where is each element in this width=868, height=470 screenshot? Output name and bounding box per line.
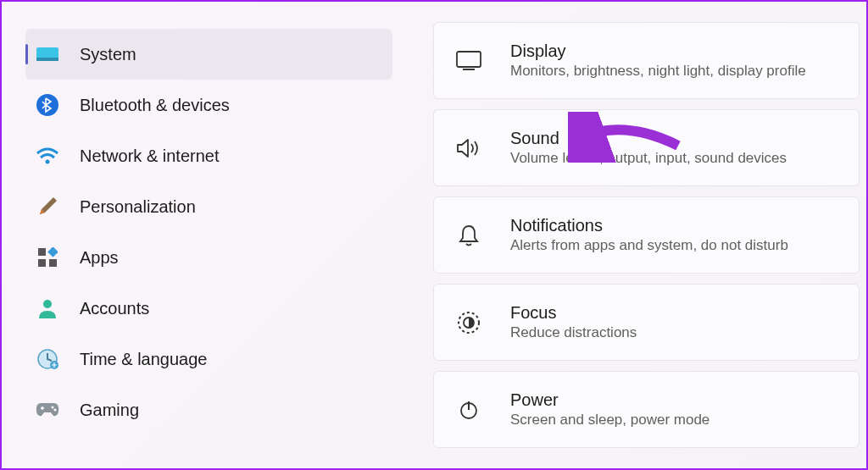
bell-icon xyxy=(454,221,483,250)
svg-point-11 xyxy=(52,406,54,409)
account-icon xyxy=(36,296,59,320)
card-title: Power xyxy=(510,390,838,410)
nav-list: System Bluetooth & devices Network & int… xyxy=(25,29,392,435)
card-sound[interactable]: Sound Volume levels, output, input, soun… xyxy=(433,109,860,186)
card-body: Power Screen and sleep, power mode xyxy=(510,390,838,429)
card-title: Sound xyxy=(510,129,838,148)
card-notifications[interactable]: Notifications Alerts from apps and syste… xyxy=(433,196,860,274)
sidebar-item-accounts[interactable]: Accounts xyxy=(25,283,392,334)
card-subtitle: Alerts from apps and system, do not dist… xyxy=(510,237,838,254)
svg-rect-13 xyxy=(457,52,481,67)
sidebar-label: Apps xyxy=(80,248,119,268)
sidebar-item-system[interactable]: System xyxy=(25,29,392,80)
settings-sidebar: System Bluetooth & devices Network & int… xyxy=(2,2,413,468)
card-power[interactable]: Power Screen and sleep, power mode xyxy=(433,371,860,448)
sidebar-item-time-language[interactable]: Time & language xyxy=(25,334,392,384)
card-body: Notifications Alerts from apps and syste… xyxy=(510,216,838,254)
card-body: Sound Volume levels, output, input, soun… xyxy=(510,129,838,167)
power-icon xyxy=(454,395,483,424)
card-subtitle: Screen and sleep, power mode xyxy=(510,412,838,429)
sidebar-item-bluetooth[interactable]: Bluetooth & devices xyxy=(25,80,392,130)
focus-icon xyxy=(454,308,483,337)
card-subtitle: Monitors, brightness, night light, displ… xyxy=(510,63,838,80)
card-body: Display Monitors, brightness, night ligh… xyxy=(510,41,838,80)
bluetooth-icon xyxy=(36,93,59,117)
sidebar-item-gaming[interactable]: Gaming xyxy=(25,384,392,435)
svg-rect-5 xyxy=(47,247,58,257)
settings-main: Display Monitors, brightness, night ligh… xyxy=(413,2,866,468)
sound-icon xyxy=(454,134,483,163)
brush-icon xyxy=(36,195,59,218)
card-title: Focus xyxy=(510,303,838,323)
card-title: Notifications xyxy=(510,216,838,235)
apps-icon xyxy=(36,246,59,269)
svg-rect-7 xyxy=(49,259,57,267)
card-subtitle: Volume levels, output, input, sound devi… xyxy=(510,150,838,167)
svg-rect-6 xyxy=(38,259,46,267)
svg-point-12 xyxy=(54,409,57,412)
card-title: Display xyxy=(510,41,838,61)
gamepad-icon xyxy=(36,398,59,422)
svg-point-8 xyxy=(43,300,52,308)
svg-rect-4 xyxy=(38,248,46,256)
sidebar-label: Accounts xyxy=(80,299,149,318)
svg-point-2 xyxy=(36,94,58,116)
svg-rect-1 xyxy=(36,58,58,61)
card-display[interactable]: Display Monitors, brightness, night ligh… xyxy=(433,22,860,99)
sidebar-label: Time & language xyxy=(80,350,207,369)
svg-point-3 xyxy=(46,160,50,164)
sidebar-label: Bluetooth & devices xyxy=(80,96,230,115)
clock-icon xyxy=(36,347,59,371)
sidebar-item-apps[interactable]: Apps xyxy=(25,232,392,283)
system-icon xyxy=(36,42,59,66)
sidebar-item-network[interactable]: Network & internet xyxy=(25,130,392,181)
sidebar-label: Personalization xyxy=(80,197,196,217)
sidebar-label: System xyxy=(80,45,136,64)
wifi-icon xyxy=(36,144,59,168)
svg-rect-14 xyxy=(463,69,475,70)
sidebar-item-personalization[interactable]: Personalization xyxy=(25,181,392,232)
sidebar-label: Network & internet xyxy=(80,147,220,166)
display-icon xyxy=(454,47,483,75)
sidebar-label: Gaming xyxy=(80,401,139,420)
card-subtitle: Reduce distractions xyxy=(510,324,838,341)
card-body: Focus Reduce distractions xyxy=(510,303,838,341)
card-focus[interactable]: Focus Reduce distractions xyxy=(433,284,860,361)
